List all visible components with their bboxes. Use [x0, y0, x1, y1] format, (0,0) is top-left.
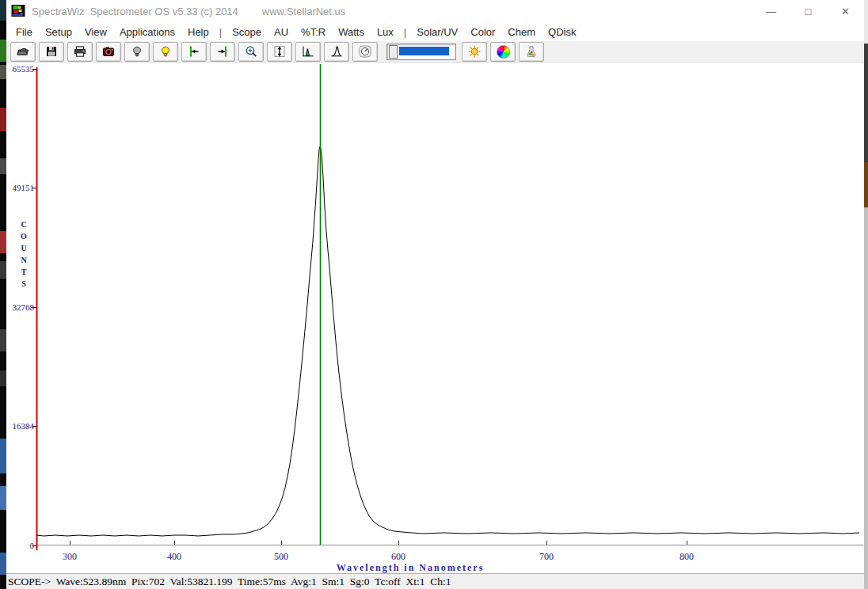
desktop-pixels: [864, 207, 868, 589]
spectrum-trace: [36, 146, 859, 536]
desktop-pixels: [0, 553, 6, 575]
desktop-pixels: [864, 162, 868, 207]
desktop-pixels: [864, 44, 868, 162]
desktop-pixels: [0, 329, 6, 352]
desktop-pixels: [0, 158, 6, 174]
desktop-pixels: [0, 0, 6, 21]
desktop-pixels: [0, 108, 6, 131]
desktop-pixels: [864, 0, 868, 44]
spectrawiz-screen: SpectraWiz Spectrometer OS v5.33 (c) 201…: [0, 0, 868, 589]
desktop-pixels: [0, 261, 6, 279]
desktop-pixels: [0, 231, 6, 253]
desktop-edge-left: [0, 0, 6, 589]
desktop-pixels: [0, 439, 6, 473]
desktop-pixels: [0, 65, 6, 79]
spectrum-plot[interactable]: [0, 0, 868, 589]
desktop-pixels: [0, 40, 6, 62]
desktop-pixels: [0, 370, 6, 386]
desktop-edge-right: [864, 0, 868, 589]
desktop-pixels: [0, 486, 6, 510]
